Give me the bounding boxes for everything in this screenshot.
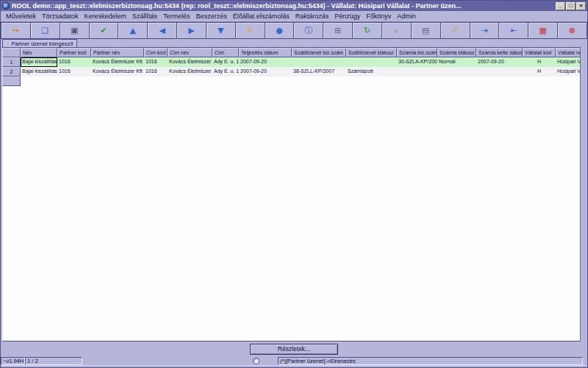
save-button[interactable]: ▣ (60, 22, 90, 39)
grid-cell[interactable] (292, 57, 346, 67)
grid-cell[interactable] (346, 57, 397, 67)
expression-field: (*)[Partner üzenet]->Elnevezés (278, 357, 583, 365)
grid-cell[interactable]: Bajai kiszállítás (21, 57, 57, 67)
restore-button[interactable]: □ (566, 2, 576, 10)
table-arrow-left-icon: ⇤ (510, 26, 517, 35)
details-button[interactable]: Részletek... (250, 344, 338, 355)
toolbar: ↪❑▣✔▲◀▶▼✎●ⓘ⊞↻⌕▤✐⇥⇤▦⊗ (1, 21, 587, 39)
last-record-button[interactable]: ▼ (207, 22, 236, 39)
prev-record-button[interactable]: ◀ (148, 22, 177, 39)
grid-cell[interactable]: 2007-09-20 (239, 67, 292, 77)
open-folder-icon: ❑ (41, 26, 49, 35)
search-button[interactable]: ⌕ (382, 22, 412, 39)
grid-cell[interactable]: 1016 (57, 57, 91, 67)
arrow-right-icon: ▶ (188, 26, 194, 35)
column-header[interactable]: Vállalat név (556, 48, 581, 57)
magnifier-icon: ⌕ (394, 26, 398, 35)
menu-item-admin[interactable]: Admin (394, 13, 419, 20)
grid-cell[interactable]: Normál (437, 57, 476, 67)
close-window-button[interactable]: ⊗ (558, 22, 587, 39)
column-header[interactable]: Szállítólevél státusz (346, 48, 397, 57)
grid-cell[interactable]: Húsipari Vállalat (556, 67, 581, 77)
grid-cell[interactable]: Kovács Élelmiszer Kft (91, 57, 144, 67)
grid-cell[interactable]: 38-SZLL-KP/2007 (292, 67, 346, 77)
grid-cell[interactable] (437, 67, 476, 77)
column-header[interactable]: Cím (212, 48, 239, 57)
table-row[interactable]: 2Bajai kiszállítás1016Kovács Élelmiszer … (2, 67, 580, 77)
first-record-button[interactable]: ▲ (118, 22, 148, 39)
check-icon: ✔ (100, 26, 107, 35)
close-circle-icon: ⊗ (569, 26, 576, 35)
floppy-disk-icon: ▣ (71, 26, 78, 35)
grid-cell[interactable]: 2007-09-20 (239, 57, 292, 67)
refresh-button[interactable]: ↻ (353, 22, 382, 39)
column-header[interactable]: Partner kód (57, 48, 91, 57)
grid-cell[interactable]: 1016 (144, 57, 168, 67)
grid-cell[interactable]: 1016 (57, 67, 91, 77)
column-header[interactable]: Cím kód (144, 48, 168, 57)
radio-button[interactable] (253, 358, 259, 364)
row-number[interactable]: 2 (2, 67, 21, 77)
table-export-button[interactable]: ⇥ (470, 22, 500, 39)
arrow-left-icon: ◀ (159, 26, 165, 35)
grid-cell[interactable]: Húsipari Vállalat (556, 57, 581, 67)
grid-cell[interactable]: H (523, 57, 556, 67)
column-header[interactable]: Vállalat kód (523, 48, 556, 57)
grid-cell[interactable] (476, 67, 523, 77)
tab-partner-uzenet-bongeszo[interactable]: ↑ Partner üzenet böngésző (2, 39, 77, 47)
table-import-button[interactable]: ⇤ (499, 22, 528, 39)
copy-button[interactable]: ● (265, 22, 295, 39)
corner-cell (2, 48, 21, 57)
grid-cell[interactable]: Kovács Élelmiszer Kft (91, 67, 144, 77)
stamp-button[interactable]: ✐ (441, 22, 470, 39)
menu-item-termel-s[interactable]: Termelés (160, 13, 193, 20)
stamp-icon: ✐ (451, 26, 458, 35)
accept-button[interactable]: ✔ (90, 22, 119, 39)
grid-cell[interactable]: Ady E. u. 17. (212, 67, 239, 77)
grid-cell[interactable]: 30-SZLA-KP/2007 (397, 57, 437, 67)
close-button[interactable]: × (576, 2, 586, 10)
menu-item--l-llat-elsz-mol-s[interactable]: Élőállat elszámolás (230, 13, 293, 20)
title-bar[interactable]: ROOL demo::app_teszt::elelmiszerbiztonsa… (1, 1, 587, 11)
grid-cell[interactable]: Kovács Élelmiszer Kft (168, 67, 212, 77)
grid-cell[interactable]: H (523, 67, 556, 77)
grid-cell[interactable]: Bajai kiszállítás (21, 67, 57, 77)
grid-cell[interactable]: 2007-09-20 (476, 57, 523, 67)
column-header[interactable]: Számla kelte dátum (476, 48, 523, 57)
row-number-empty (2, 77, 21, 86)
next-record-button[interactable]: ▶ (177, 22, 207, 39)
table-icon: ▤ (422, 26, 429, 35)
grid-button[interactable]: ▤ (412, 22, 441, 39)
grid-cell[interactable]: Kovács Élelmiszer Kft (168, 57, 212, 67)
table-delete-button[interactable]: ▦ (528, 22, 558, 39)
table-row[interactable]: 1Bajai kiszállítás1016Kovács Élelmiszer … (2, 57, 580, 67)
menu-item-sz-ll-t-s[interactable]: Szállítás (129, 13, 160, 20)
minimize-button[interactable]: _ (556, 2, 565, 10)
grid-cell[interactable]: 1016 (144, 67, 168, 77)
form-button[interactable]: ⊞ (323, 22, 353, 39)
menu-item-f-k-nyv[interactable]: Főkönyv (363, 13, 394, 20)
column-header[interactable]: Számla státusz (437, 48, 476, 57)
column-header[interactable]: Partner név (91, 48, 144, 57)
tab-label: Partner üzenet böngésző (12, 40, 74, 47)
menu-item-rakt-roz-s[interactable]: Raktározás (293, 13, 332, 20)
grid-cell[interactable]: Ady E. u. 17. (212, 57, 239, 67)
column-header[interactable]: Számla biz.szám (397, 48, 437, 57)
tab-arrow-icon: ↑ (7, 41, 10, 46)
row-number[interactable]: 1 (2, 57, 21, 67)
column-header[interactable]: Szállítólevél biz.szám (292, 48, 346, 57)
exit-button[interactable]: ↪ (1, 22, 31, 39)
info-button[interactable]: ⓘ (294, 22, 323, 39)
grid-cell[interactable]: Számlázott (346, 67, 397, 77)
grid-cell[interactable] (397, 67, 437, 77)
column-header[interactable]: Teljesítés dátum (239, 48, 292, 57)
menu-item-m-veletek[interactable]: Műveletek (3, 13, 39, 20)
menu-item-beszerz-s[interactable]: Beszerzés (193, 13, 230, 20)
column-header[interactable]: Név (21, 48, 57, 57)
menu-item-t-rzsadatok[interactable]: Törzsadatok (39, 13, 82, 20)
edit-button[interactable]: ✎ (236, 22, 265, 39)
column-header[interactable]: Cím név (168, 48, 212, 57)
open-button[interactable]: ❑ (31, 22, 60, 39)
menu-item-kereskedelem[interactable]: Kereskedelem (82, 13, 130, 20)
menu-item-p-nz-gy[interactable]: Pénzügy (331, 13, 363, 20)
